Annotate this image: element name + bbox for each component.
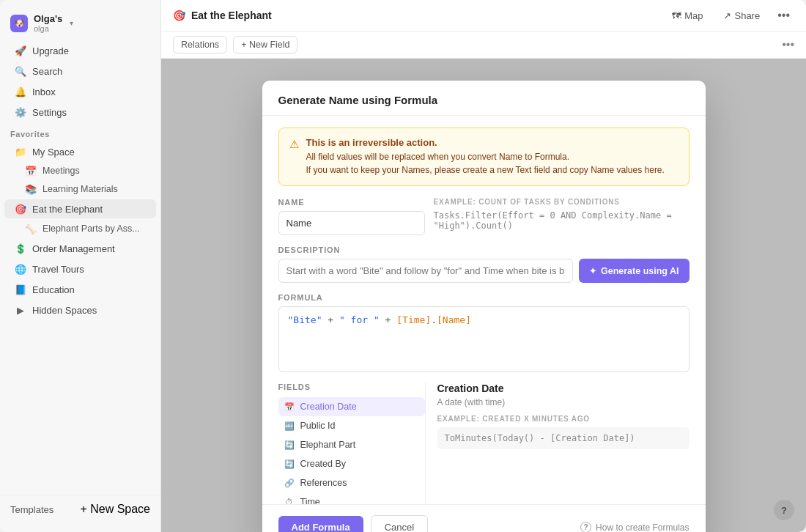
map-icon: 🗺 (672, 10, 681, 21)
field-example-code: ToMinutes(Today() - [Creation Date]) (437, 427, 689, 449)
cancel-button[interactable]: Cancel (371, 515, 428, 532)
sidebar-item-education[interactable]: 📘 Education (4, 280, 156, 299)
dollar-icon: 💲 (15, 243, 26, 254)
fields-list: Fields 📅 Creation Date 🔤 Public Id (278, 383, 425, 504)
sidebar-item-settings[interactable]: ⚙️ Settings (4, 103, 156, 122)
relation-icon: 🔄 (284, 440, 295, 450)
warning-content: This is an irreversible action. All fiel… (306, 137, 665, 177)
search-icon: 🔍 (15, 65, 26, 77)
workspace-header[interactable]: 🐶 Olga's olga ▾ (0, 9, 160, 40)
workspace-info: Olga's olga (34, 13, 62, 33)
link-icon: 🔗 (284, 478, 295, 488)
sidebar-item-learning-materials[interactable]: 📚 Learning Materials (4, 180, 156, 198)
share-button[interactable]: ↗ Share (716, 7, 767, 24)
add-formula-button[interactable]: Add Formula (278, 516, 363, 532)
bone-icon: 🦴 (25, 223, 37, 234)
formula-bracket-open: [ (396, 314, 402, 325)
sidebar-item-inbox[interactable]: 🔔 Inbox (4, 82, 156, 101)
favorites-section: Favorites 📁 My Space 📅 Meetings 📚 Learni… (0, 127, 160, 199)
name-row: NAME EXAMPLE: COUNT OF TASKS BY CONDITIO… (278, 198, 689, 235)
warning-banner: ⚠ This is an irreversible action. All fi… (278, 128, 689, 186)
education-icon: 📘 (15, 284, 26, 295)
new-space-label[interactable]: + New Space (80, 503, 150, 516)
relations-button[interactable]: Relations (173, 36, 227, 53)
topbar: 🎯 Eat the Elephant 🗺 Map ↗ Share ••• (161, 0, 806, 32)
modal-header: Generate Name using Formula (262, 81, 706, 116)
chevron-right-icon: ▶ (15, 304, 26, 316)
sidebar-item-hidden-spaces[interactable]: ▶ Hidden Spaces (4, 300, 156, 319)
field-item-creation-date[interactable]: 📅 Creation Date (278, 397, 425, 416)
chevron-down-icon: ▾ (70, 19, 73, 27)
toolbar: Relations + New Field ••• (161, 32, 806, 59)
desc-row: ✦ Generate using AI (278, 259, 689, 283)
sidebar-item-eat-the-elephant[interactable]: 🎯 Eat the Elephant (4, 199, 156, 218)
field-item-elephant-part[interactable]: 🔄 Elephant Part (278, 435, 425, 454)
modal-footer: Add Formula Cancel ? How to create Formu… (262, 504, 706, 532)
description-input[interactable] (278, 259, 573, 283)
sidebar-item-label: Education (32, 284, 75, 295)
field-detail-name: Creation Date (437, 383, 689, 394)
new-field-button[interactable]: + New Field (233, 36, 297, 53)
templates-label[interactable]: Templates (10, 504, 53, 515)
topbar-right: 🗺 Map ↗ Share ••• (665, 6, 794, 25)
sidebar-item-label: Inbox (32, 86, 56, 97)
topbar-left: 🎯 Eat the Elephant (173, 10, 272, 21)
field-item-references[interactable]: 🔗 References (278, 473, 425, 492)
sidebar-item-upgrade[interactable]: 🚀 Upgrade (4, 41, 156, 60)
sidebar-item-label: Search (32, 66, 62, 77)
sidebar-item-elephant-parts[interactable]: 🦴 Elephant Parts by Ass... (4, 220, 156, 237)
upgrade-icon: 🚀 (15, 45, 26, 56)
sidebar-item-order-management[interactable]: 💲 Order Management (4, 239, 156, 258)
time-icon: ⏱ (284, 497, 295, 504)
main-content: 🎯 Eat the Elephant 🗺 Map ↗ Share ••• Rel… (161, 0, 806, 532)
sidebar-item-search[interactable]: 🔍 Search (4, 62, 156, 81)
fields-panel: Fields 📅 Creation Date 🔤 Public Id (278, 383, 689, 504)
help-link[interactable]: ? How to create Formulas (580, 522, 689, 532)
description-label: DESCRIPTION (278, 245, 689, 254)
folder-icon: 📁 (15, 146, 26, 158)
sidebar: 🐶 Olga's olga ▾ 🚀 Upgrade 🔍 Search 🔔 Inb… (0, 0, 161, 532)
modal-title: Generate Name using Formula (278, 94, 689, 106)
formula-modal: Generate Name using Formula ⚠ This is an… (262, 81, 706, 532)
book-icon: 📚 (25, 183, 37, 195)
workspace-avatar: 🐶 (10, 15, 28, 32)
sidebar-item-meetings[interactable]: 📅 Meetings (4, 162, 156, 180)
sidebar-item-label: Order Management (32, 243, 115, 254)
map-button[interactable]: 🗺 Map (665, 7, 710, 24)
warning-title: This is an irreversible action. (306, 137, 665, 148)
example-label: EXAMPLE: COUNT OF TASKS BY CONDITIONS (434, 198, 689, 206)
page-title: Eat the Elephant (191, 10, 272, 21)
sidebar-item-travel-tours[interactable]: 🌐 Travel Tours (4, 259, 156, 278)
sidebar-item-label: Upgrade (32, 45, 69, 56)
workspace-sub: olga (34, 24, 62, 33)
formula-editor[interactable]: "Bite" + " for " + [Time].[Name] (278, 306, 689, 372)
more-menu-button[interactable]: ••• (773, 6, 794, 25)
field-item-created-by[interactable]: 🔄 Created By (278, 454, 425, 473)
warning-icon: ⚠ (289, 138, 299, 177)
example-code: Tasks.Filter(Effort = 0 AND Complexity.N… (434, 210, 689, 231)
share-icon: ↗ (723, 10, 731, 21)
sidebar-item-label: Elephant Parts by Ass... (42, 223, 140, 234)
name-input[interactable] (278, 211, 425, 235)
sidebar-item-label: Hidden Spaces (32, 305, 97, 316)
generate-ai-button[interactable]: ✦ Generate using AI (579, 259, 689, 283)
sidebar-item-label: Learning Materials (42, 184, 118, 194)
modal-body: ⚠ This is an irreversible action. All fi… (262, 116, 706, 504)
name-col: NAME (278, 198, 425, 235)
sidebar-item-label: Eat the Elephant (32, 204, 103, 215)
topbar-icon: 🎯 (173, 10, 185, 21)
field-item-time[interactable]: ⏱ Time (278, 492, 425, 504)
formula-section: FORMULA "Bite" + " for " + [Time].[Name] (278, 293, 689, 372)
calendar-icon: 📅 (25, 165, 37, 177)
formula-string-bite: "Bite" (288, 314, 322, 325)
warning-text: All field values will be replaced when y… (306, 150, 665, 177)
example-col: EXAMPLE: COUNT OF TASKS BY CONDITIONS Ta… (434, 198, 689, 235)
toolbar-more-button[interactable]: ••• (782, 38, 794, 51)
sidebar-item-my-space[interactable]: 📁 My Space (4, 142, 156, 161)
help-icon: ? (580, 522, 591, 532)
field-item-public-id[interactable]: 🔤 Public Id (278, 416, 425, 435)
sidebar-item-label: My Space (32, 147, 75, 158)
content-area: Generate Name using Formula ⚠ This is an… (161, 59, 806, 532)
id-icon: 🔤 (284, 421, 295, 431)
favorites-label: Favorites (0, 127, 160, 141)
